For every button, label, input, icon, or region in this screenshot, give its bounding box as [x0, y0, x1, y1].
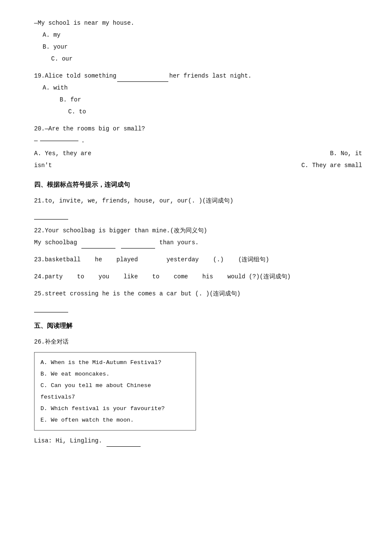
- q22-after: than yours.: [159, 239, 199, 246]
- q26-lisa-blank: [107, 446, 141, 447]
- q20-option-b2: isn't: [34, 159, 194, 171]
- q22-before: My schoolbag: [34, 239, 77, 246]
- option-b-intro: B. your: [43, 41, 366, 53]
- q25-text: 25.street crossing he is the comes a car…: [34, 288, 366, 300]
- q22-blank2: [121, 248, 155, 249]
- q20-dash: —: [34, 135, 37, 147]
- section4-title: 四、根据标点符号提示，连词成句: [34, 179, 366, 191]
- page-content: —My school is near my house. A. my B. yo…: [34, 17, 366, 447]
- q25-block: 25.street crossing he is the comes a car…: [34, 288, 366, 312]
- q20-option-bc-right: B. No, it C. They are small: [194, 147, 366, 171]
- q24-parts: 24.party to you like to come his would (…: [34, 273, 291, 280]
- q19-blank: [117, 81, 168, 82]
- q19-block: 19.Alice told somethingher friends last …: [34, 70, 366, 118]
- q20-option-a-left: A. Yes, they are isn't: [34, 147, 194, 171]
- q26-block: 26.补全对话 A. When is the Mid-Autumn Festiv…: [34, 336, 366, 447]
- q23-block: 23.basketball he played yesterday (.) (连…: [34, 254, 366, 266]
- q19-text: 19.Alice told somethingher friends last …: [34, 70, 366, 82]
- intro-question-block: —My school is near my house. A. my B. yo…: [34, 17, 366, 65]
- q22-line2: My schoolbag than yours.: [34, 237, 366, 249]
- q24-text: 24.party to you like to come his would (…: [34, 271, 366, 283]
- q22-block: 22.Your schoolbag is bigger than mine.(改…: [34, 225, 366, 249]
- q20-options: A. Yes, they are isn't B. No, it C. They…: [34, 147, 366, 171]
- q21-answer-line: [34, 219, 68, 220]
- q26-box-item-e: E. We often watch the moon.: [40, 414, 190, 426]
- q19-option-b: B. for: [60, 94, 366, 106]
- q20-option-a: A. Yes, they are: [34, 147, 194, 159]
- q19-text-before: 19.Alice told something: [34, 72, 116, 79]
- q20-blank: [40, 141, 78, 141]
- q19-option-c: C. to: [68, 106, 366, 118]
- q20-answer-line: — .: [34, 135, 366, 147]
- q21-text: 21.to, invite, we, friends, house, our, …: [34, 195, 366, 207]
- q25-answer-line: [34, 312, 68, 312]
- q20-option-c: C. They are small: [202, 159, 362, 171]
- q20-text: 20.—Are the rooms big or small?: [34, 123, 366, 135]
- q20-block: 20.—Are the rooms big or small? — . A. Y…: [34, 123, 366, 171]
- q19-text-after: her friends last night.: [169, 72, 251, 79]
- intro-question-text: —My school is near my house.: [34, 17, 366, 29]
- q26-box-item-b: B. We eat mooncakes.: [40, 368, 190, 380]
- q22-blank1: [81, 248, 115, 249]
- q26-box-item-c: C. Can you tell me about Chinese: [40, 380, 190, 391]
- q26-label: 26.补全对话: [34, 336, 366, 348]
- q19-option-a: A. with: [43, 82, 366, 94]
- q26-box-item-c2: festivals7: [40, 391, 190, 403]
- q26-lisa-line: Lisa: Hi, Lingling.: [34, 435, 366, 447]
- q21-block: 21.to, invite, we, friends, house, our, …: [34, 195, 366, 220]
- q22-text: 22.Your schoolbag is bigger than mine.(改…: [34, 225, 366, 237]
- q26-lisa-text: Lisa: Hi, Lingling.: [34, 437, 102, 444]
- q23-label: (连词组句): [238, 256, 269, 263]
- q23-text: 23.basketball he played yesterday (.) (连…: [34, 254, 366, 266]
- q26-box-item-d: D. Which festival is your favourite?: [40, 403, 190, 414]
- q23-part1: 23.basketball he played yesterday (.): [34, 256, 238, 263]
- q26-box-item-a: A. When is the Mid-Autumn Festival?: [40, 357, 190, 368]
- option-c-intro: C. our: [51, 53, 366, 65]
- q24-block: 24.party to you like to come his would (…: [34, 271, 366, 283]
- q20-option-b: B. No, it: [202, 147, 362, 159]
- option-a-intro: A. my: [43, 29, 366, 41]
- section5-title: 五、阅读理解: [34, 320, 366, 332]
- q26-box: A. When is the Mid-Autumn Festival? B. W…: [34, 352, 196, 431]
